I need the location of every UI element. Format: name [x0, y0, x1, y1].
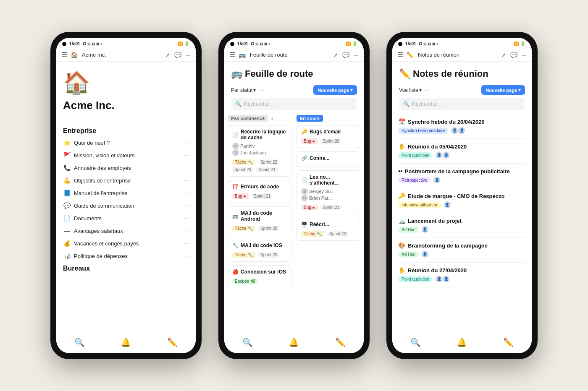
card-maj-ios[interactable]: 🔧 MAJ du code iOS Tâche 🔧 Sprint 20	[228, 239, 291, 262]
new-page-button-3[interactable]: Nouvelle page ▾	[481, 85, 525, 95]
item-text-4: Manuel de l'entreprise	[74, 190, 181, 196]
card-assignees-0: P Parthiv	[232, 143, 287, 149]
toolbar-dots-2[interactable]: ···	[259, 87, 264, 94]
p3-item-6[interactable]: ✋ Réunion du 27/04/2020 Point quotidien …	[398, 263, 526, 287]
search-bottom-icon-3[interactable]: 🔍	[410, 337, 421, 347]
p3-item-header-3: 🔑 Etude de marque - CMO de Respeczo	[398, 193, 526, 199]
p3-item-4[interactable]: 🏔️ Lancement du projet Ad Hoc 👤	[398, 213, 526, 238]
card-les-notes[interactable]: 📄 Les no... s'affichent... S Sergey Su..…	[297, 170, 360, 214]
list-item-9[interactable]: 📊 Politique de dépenses ···	[56, 250, 196, 262]
card-conne[interactable]: 🔗 Conne...	[297, 151, 360, 167]
bell-bottom-icon-2[interactable]: 🔔	[289, 337, 299, 347]
list-item-3[interactable]: 💪 Objectifs de l'entreprise ···	[56, 174, 196, 187]
p3-item-tags-1: Point quotidien 👤 👤	[398, 151, 526, 159]
item-dots-0[interactable]: ···	[185, 140, 189, 146]
chat-icon-3[interactable]: 💬	[510, 52, 517, 58]
p3-item-header-6: ✋ Réunion du 27/04/2020	[398, 267, 526, 274]
compose-bottom-icon-1[interactable]: ✏️	[167, 337, 178, 347]
menu-icon-3[interactable]: ☰	[397, 51, 403, 59]
p3-item-1[interactable]: ✋ Réunion du 05/04/2020 Point quotidien …	[398, 139, 526, 164]
share-icon-1[interactable]: ↗	[165, 52, 170, 58]
card-title-text-2: MAJ du code Android	[241, 210, 287, 222]
compose-bottom-icon-3[interactable]: ✏️	[503, 337, 514, 347]
new-page-button-2[interactable]: Nouvelle page ▾	[313, 85, 357, 95]
p3-item-0[interactable]: 📅 Synchro hebdo du 20/04/2020 Synchro he…	[398, 114, 526, 139]
status-right-1: 📶 🔋	[178, 41, 190, 47]
bottom-bar-3: 🔍 🔔 ✏️	[392, 333, 532, 353]
p3-tag-5: Ad Hoc	[398, 251, 419, 258]
card-reecri[interactable]: 🖥️ Réécri... Tâche 🔧 Sprint 23	[297, 218, 360, 241]
status-time-3: 15:01	[405, 42, 416, 46]
p3-toolbar: Vue liste ▾ ··· Nouvelle page ▾	[392, 83, 532, 98]
phone-3-screen: 15:01 G ⊞ ⊟ ⊠ • 📶 🔋 ☰ ✏️ Notes de réunio…	[392, 38, 532, 353]
more-icon-1[interactable]: ···	[186, 52, 191, 58]
item-dots-7[interactable]: ···	[185, 228, 189, 234]
item-text-0: Quoi de neuf ?	[74, 140, 181, 146]
menu-icon-2[interactable]: ☰	[229, 51, 235, 59]
bell-bottom-icon-1[interactable]: 🔔	[121, 337, 131, 347]
list-item-2[interactable]: 📞 Annuaire des employés ···	[56, 162, 196, 174]
phone-3: 15:01 G ⊞ ⊟ ⊠ • 📶 🔋 ☰ ✏️ Notes de réunio…	[386, 32, 538, 359]
status-time-2: 15:01	[237, 42, 248, 46]
p3-tag-4: Ad Hoc	[398, 227, 419, 233]
card-tag-0: Tâche 🔧	[232, 159, 255, 165]
search-bottom-icon-2[interactable]: 🔍	[242, 337, 253, 347]
p3-title-text: Notes de réunion	[413, 68, 488, 79]
battery-icon-1: 🔋	[184, 41, 190, 47]
nav-bar-1: ☰ 🏠 Acme Inc. ↗ 💬 ···	[56, 48, 196, 62]
card-connexion-ios[interactable]: 🍎 Connexion sur iOS Épopée 🌿	[228, 265, 291, 288]
card-tag-4: Épopée 🌿	[232, 279, 258, 284]
filter-button-2[interactable]: Par statut ▾	[231, 87, 256, 93]
list-item-7[interactable]: — Avantages salariaux ···	[56, 224, 196, 237]
chat-icon-2[interactable]: 💬	[342, 52, 349, 58]
new-page-label-3: Nouvelle page	[486, 88, 517, 93]
list-item-8[interactable]: 💰 Vacances et congés payés ···	[56, 237, 196, 250]
item-dots-6[interactable]: ···	[185, 215, 189, 221]
card-erreurs-code[interactable]: ⁉️ Erreurs de code Bug ● Sprint 21	[228, 180, 291, 203]
card-maj-android[interactable]: 🚌 MAJ du code Android Tâche 🔧 Sprint 20	[228, 206, 291, 235]
chat-icon-1[interactable]: 💬	[174, 52, 181, 58]
p3-item-title-3: Etude de marque - CMO de Respeczo	[408, 193, 504, 199]
wifi-icon-1: 📶	[178, 42, 183, 46]
assignee-0b: Jen Jackson	[240, 150, 266, 155]
item-dots-2[interactable]: ···	[185, 165, 189, 171]
status-bar-1: 15:01 G ⊞ ⊟ ⊠ • 📶 🔋	[56, 38, 196, 48]
filter-label-3: Vue liste	[399, 87, 418, 93]
p3-page-emoji: ✏️	[399, 68, 410, 79]
share-icon-3[interactable]: ↗	[501, 52, 506, 58]
search-bar-2[interactable]: 🔍 Rechercher...	[231, 98, 357, 110]
toolbar-dots-3[interactable]: ···	[425, 87, 430, 94]
list-item-1[interactable]: 🚩 Mission, vision et valeurs ···	[56, 149, 196, 162]
item-dots-9[interactable]: ···	[185, 253, 189, 259]
more-icon-2[interactable]: ···	[354, 52, 359, 58]
p3-item-2[interactable]: •• Postmortem de la campagne publicitair…	[398, 164, 526, 188]
p3-item-3[interactable]: 🔑 Etude de marque - CMO de Respeczo Inte…	[398, 188, 526, 213]
list-item-4[interactable]: 📘 Manuel de l'entreprise ···	[56, 187, 196, 199]
item-icon-7: —	[63, 227, 71, 234]
filter-button-3[interactable]: Vue liste ▾	[399, 87, 422, 93]
card-bugs-email[interactable]: 🔑 Bugs d'email Bug ● Sprint 20	[297, 125, 360, 148]
p3-item-5[interactable]: 🎨 Brainstorming de la campagne Ad Hoc 👤	[398, 238, 526, 263]
share-icon-2[interactable]: ↗	[333, 52, 338, 58]
p3-page-header: ✏️ Notes de réunion	[392, 62, 532, 83]
search-bottom-icon-1[interactable]: 🔍	[74, 337, 85, 347]
compose-bottom-icon-2[interactable]: ✏️	[335, 337, 346, 347]
status-left-1: 15:01 G ⊞ ⊟ ⊠ •	[62, 42, 102, 46]
search-bar-3[interactable]: 🔍 Rechercher...	[399, 98, 525, 110]
card-ec-tag-3: Tâche 🔧	[301, 231, 324, 237]
list-item-0[interactable]: ⭐ Quoi de neuf ? ···	[56, 136, 196, 149]
list-item-5[interactable]: 💬 Guide de communication ···	[56, 199, 196, 212]
item-dots-4[interactable]: ···	[185, 190, 189, 196]
av-4a: 👤	[421, 226, 429, 233]
menu-icon-1[interactable]: ☰	[61, 51, 67, 59]
p3-item-header-1: ✋ Réunion du 05/04/2020	[398, 143, 526, 150]
item-dots-3[interactable]: ···	[185, 177, 189, 183]
item-dots-8[interactable]: ···	[185, 240, 189, 246]
list-item-6[interactable]: 📄 Documents ···	[56, 212, 196, 224]
bell-bottom-icon-3[interactable]: 🔔	[457, 337, 467, 347]
item-dots-5[interactable]: ···	[185, 203, 189, 209]
avatar-circle-0b: J	[232, 149, 239, 156]
more-icon-3[interactable]: ···	[522, 52, 527, 58]
item-dots-1[interactable]: ···	[185, 152, 189, 158]
card-réécrire-cache[interactable]: 📄 Réécrire la logique de cache P Parthiv…	[228, 125, 291, 177]
